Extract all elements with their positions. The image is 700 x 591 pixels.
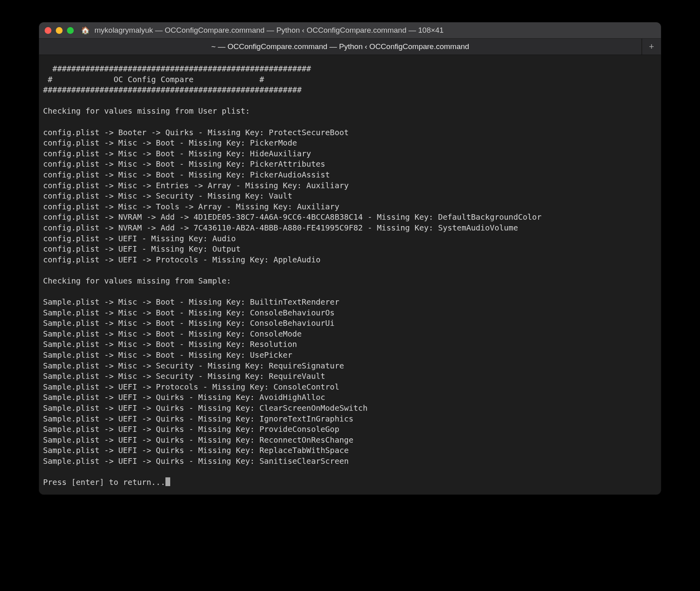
banner-line: ########################################… [43,85,302,95]
banner-line: ########################################… [43,64,311,73]
output-line: Sample.plist -> UEFI -> Quirks - Missing… [43,457,349,466]
output-line: Sample.plist -> UEFI -> Quirks - Missing… [43,425,339,434]
titlebar[interactable]: 🏠 mykolagrymalyuk — OCConfigCompare.comm… [39,22,661,38]
section-header-sample: Checking for values missing from Sample: [43,276,231,286]
output-line: Sample.plist -> UEFI -> Quirks - Missing… [43,446,349,455]
output-line: Sample.plist -> Misc -> Boot - Missing K… [43,351,292,360]
window-title: mykolagrymalyuk — OCConfigCompare.comman… [94,26,444,35]
output-line: Sample.plist -> Misc -> Boot - Missing K… [43,308,334,317]
output-line: config.plist -> Misc -> Boot - Missing K… [43,160,325,169]
section-header-user: Checking for values missing from User pl… [43,106,250,116]
tab-label: ~ — OCConfigCompare.command — Python ‹ O… [211,42,469,51]
output-line: config.plist -> Booter -> Quirks - Missi… [43,128,349,137]
output-line: config.plist -> Misc -> Boot - Missing K… [43,138,297,148]
output-line: Sample.plist -> UEFI -> Quirks - Missing… [43,435,354,445]
minimize-button[interactable] [56,27,63,34]
prompt-line: Press [enter] to return... [43,478,165,487]
close-button[interactable] [45,27,51,34]
home-folder-icon: 🏠 [81,26,90,35]
output-line: Sample.plist -> Misc -> Boot - Missing K… [43,340,297,349]
output-line: Sample.plist -> Misc -> Security - Missi… [43,372,325,381]
output-line: config.plist -> Misc -> Boot - Missing K… [43,170,330,179]
traffic-lights [45,27,74,34]
output-line: config.plist -> UEFI -> Protocols - Miss… [43,255,321,264]
output-line: Sample.plist -> Misc -> Boot - Missing K… [43,297,339,307]
output-line: config.plist -> Misc -> Tools -> Array -… [43,202,339,211]
output-line: Sample.plist -> Misc -> Boot - Missing K… [43,319,334,328]
output-line: config.plist -> Misc -> Security - Missi… [43,191,292,201]
terminal-content[interactable]: ########################################… [39,55,661,494]
output-line: config.plist -> NVRAM -> Add -> 4D1EDE05… [43,213,541,222]
output-line: config.plist -> UEFI - Missing Key: Outp… [43,244,240,254]
maximize-button[interactable] [67,27,74,34]
terminal-window: 🏠 mykolagrymalyuk — OCConfigCompare.comm… [39,22,661,494]
output-line: config.plist -> Misc -> Boot - Missing K… [43,149,311,158]
output-line: Sample.plist -> Misc -> Security - Missi… [43,361,344,370]
output-line: Sample.plist -> UEFI -> Protocols - Miss… [43,382,339,392]
output-line: config.plist -> NVRAM -> Add -> 7C436110… [43,223,518,232]
cursor-icon [165,477,170,486]
output-line: Sample.plist -> Misc -> Boot - Missing K… [43,329,302,339]
tab-active[interactable]: ~ — OCConfigCompare.command — Python ‹ O… [39,39,642,55]
output-line: Sample.plist -> UEFI -> Quirks - Missing… [43,393,325,402]
tab-bar: ~ — OCConfigCompare.command — Python ‹ O… [39,38,661,55]
output-line: Sample.plist -> UEFI -> Quirks - Missing… [43,404,368,413]
output-line: config.plist -> UEFI - Missing Key: Audi… [43,234,236,243]
output-line: Sample.plist -> UEFI -> Quirks - Missing… [43,414,354,424]
output-line: config.plist -> Misc -> Entries -> Array… [43,181,349,190]
banner-line: # OC Config Compare # [43,75,264,84]
plus-icon: + [649,41,654,52]
new-tab-button[interactable]: + [642,39,661,55]
